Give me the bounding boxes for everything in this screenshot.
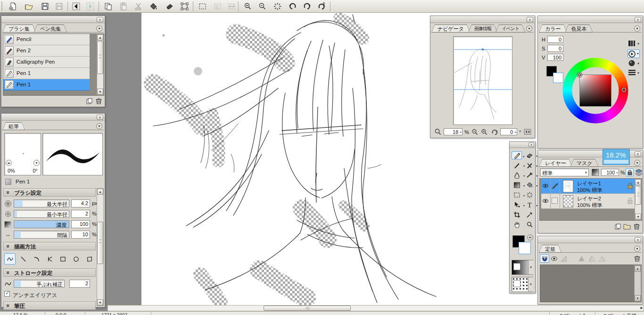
swap-colors-icon[interactable]: ◂▸: [527, 234, 533, 240]
spinner-icon[interactable]: ▸: [460, 130, 462, 133]
select-rectangle-icon[interactable]: [196, 1, 208, 12]
chevron-down-icon[interactable]: ▼: [33, 160, 40, 166]
section-stroke-settings[interactable]: ストローク設定: [3, 268, 96, 277]
max-radius-value[interactable]: 4.2: [71, 199, 90, 207]
ruler-panel-titlebar[interactable]: x: [538, 236, 643, 243]
ruler-scrollbar[interactable]: ▲ ▼: [634, 265, 641, 302]
color-sphere-icon[interactable]: ▼: [628, 60, 640, 67]
tool-text[interactable]: T▾: [524, 201, 535, 209]
tab-mask[interactable]: マスク: [570, 159, 599, 167]
close-icon[interactable]: x: [635, 17, 641, 22]
close-icon[interactable]: x: [527, 17, 533, 22]
tool-pencil[interactable]: ▾: [512, 151, 522, 159]
canvas-horizontal-scrollbar[interactable]: ▶: [107, 305, 644, 311]
hue-ring[interactable]: [562, 58, 628, 124]
transform-icon[interactable]: [178, 1, 190, 12]
chevron-down-icon[interactable]: ▼: [96, 123, 102, 129]
section-brush-settings[interactable]: ブラシ設定: [3, 188, 96, 197]
redo-icon[interactable]: [301, 1, 313, 12]
tool-blur[interactable]: ▾: [512, 171, 522, 179]
tool-magic-wand[interactable]: [524, 191, 535, 199]
scroll-up-icon[interactable]: ▲: [97, 34, 103, 41]
gradient-selector[interactable]: ▼: [512, 260, 533, 275]
tab-swatches[interactable]: 色見本: [565, 25, 593, 33]
section-pen-pressure[interactable]: 筆圧: [3, 301, 96, 310]
tool-select-rectangle[interactable]: ▾: [512, 191, 522, 199]
slider-stabilizer[interactable]: 手ぶれ補正 2: [4, 280, 101, 288]
paint-flag-cell[interactable]: [551, 179, 560, 193]
navigator-angle-field[interactable]: 0▸: [500, 128, 517, 135]
prev-icon[interactable]: [70, 1, 82, 12]
brush-panel-titlebar[interactable]: x: [1, 16, 105, 23]
slider-min-radius[interactable]: 最小半径 2 %: [4, 210, 101, 218]
tool-hand[interactable]: [512, 221, 522, 229]
blend-mode-select[interactable]: 標準 ▼: [540, 168, 589, 176]
rectangle-mode-icon[interactable]: [57, 253, 68, 265]
triangle-outline-icon[interactable]: [587, 254, 596, 263]
antialias-row[interactable]: アンチエイリアス: [4, 291, 10, 298]
snap-magnet-icon[interactable]: [540, 254, 549, 263]
slider-max-radius[interactable]: 最大半径 4.2 px: [4, 199, 101, 208]
next-icon[interactable]: [84, 1, 96, 12]
v-field[interactable]: 100: [547, 54, 563, 61]
scroll-right-icon[interactable]: ▶: [641, 306, 643, 310]
tool-pen[interactable]: ▾: [512, 161, 522, 169]
spinner-icon[interactable]: ▸: [617, 171, 618, 174]
visibility-eye-icon[interactable]: [543, 184, 548, 188]
close-icon[interactable]: x: [635, 151, 641, 157]
hue-marker-icon[interactable]: [622, 88, 626, 92]
scroll-down-icon[interactable]: ▼: [635, 214, 641, 220]
slider-spacing[interactable]: ↔ 間隔 10 %: [4, 231, 101, 239]
close-icon[interactable]: x: [635, 237, 641, 242]
tool-finger[interactable]: ▾: [524, 171, 535, 179]
rotate-flip-icon[interactable]: ◂▸: [6, 160, 12, 166]
tool-move[interactable]: ▾: [512, 201, 522, 209]
brush-item[interactable]: Pen 1: [3, 68, 90, 79]
toolbar-grip[interactable]: [1, 1, 3, 11]
zoom-in-icon[interactable]: [480, 128, 488, 137]
close-icon[interactable]: x: [97, 115, 103, 120]
brush-item[interactable]: Calligraphy Pen: [3, 57, 90, 68]
s-field[interactable]: 0: [547, 45, 563, 52]
triangle-half-icon[interactable]: [597, 254, 607, 263]
tab-color[interactable]: カラー: [539, 25, 567, 33]
tab-pencil-tool[interactable]: 鉛筆: [2, 122, 25, 130]
new-brush-icon[interactable]: [86, 98, 93, 106]
tool-eyedropper[interactable]: [524, 211, 535, 219]
scrollbar-thumb[interactable]: [264, 306, 351, 311]
tool-eraser[interactable]: ▾: [524, 151, 535, 159]
tool-bucket[interactable]: ▾: [524, 181, 535, 189]
options-panel-titlebar[interactable]: x: [1, 114, 105, 121]
brush-item-selected[interactable]: Pen 1: [3, 79, 90, 91]
tool-gradient[interactable]: ▾: [512, 181, 522, 189]
new-layer-icon[interactable]: [614, 223, 621, 231]
delete-ruler-icon[interactable]: [634, 255, 641, 263]
layer-set-icon[interactable]: [635, 169, 643, 177]
pattern-selector[interactable]: ▼: [512, 277, 533, 292]
density-value[interactable]: 100: [71, 220, 90, 228]
lock-opacity-icon[interactable]: [626, 168, 634, 176]
section-draw-method[interactable]: 描画方法: [3, 242, 96, 250]
chevron-down-icon[interactable]: ▼: [528, 277, 533, 291]
freehand-mode-icon[interactable]: [4, 253, 16, 265]
tab-navigator[interactable]: ナビゲータ: [431, 25, 470, 33]
delete-brush-icon[interactable]: [95, 97, 102, 106]
ruler-list[interactable]: ▲ ▼: [540, 265, 642, 302]
tab-layers[interactable]: レイヤー: [539, 159, 572, 167]
flip-selection-icon[interactable]: [225, 1, 238, 12]
brush-shape-preview[interactable]: ◂▸ ▼ 0% 0°: [4, 133, 41, 175]
polyline-mode-icon[interactable]: [44, 253, 55, 265]
fit-view-icon[interactable]: [524, 128, 532, 137]
paste-icon[interactable]: [117, 1, 129, 12]
reset-rotation-icon[interactable]: 0: [315, 1, 328, 12]
deselect-icon[interactable]: [211, 1, 223, 12]
undo-icon[interactable]: [286, 1, 298, 12]
brush-item[interactable]: Pencil: [3, 34, 90, 45]
tab-image-info[interactable]: 画像情報: [468, 25, 497, 33]
rotate-icon[interactable]: [491, 128, 498, 137]
mixer-lines-icon[interactable]: ▼: [628, 69, 640, 77]
slider-bars-icon[interactable]: ▼: [628, 40, 640, 48]
reset-view-icon[interactable]: [271, 1, 283, 12]
visibility-eye-icon[interactable]: [543, 199, 548, 203]
brush-list-scrollbar[interactable]: ▲ ▼: [97, 34, 104, 95]
